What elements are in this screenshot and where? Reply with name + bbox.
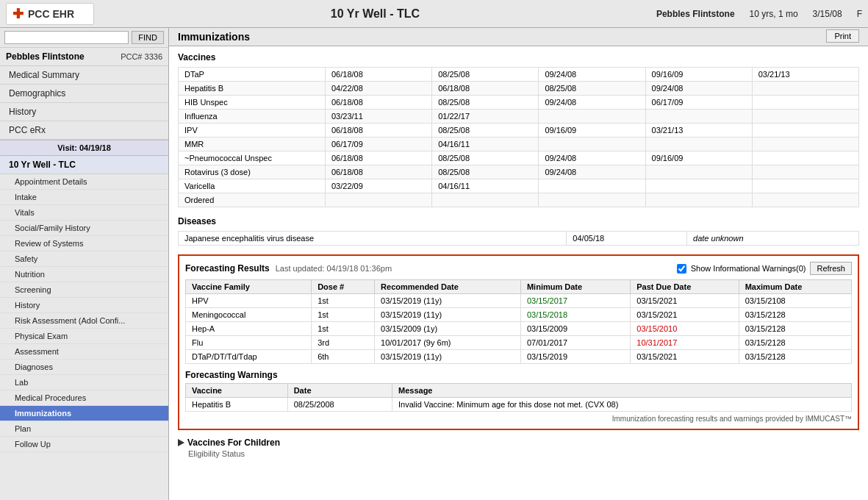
- search-input[interactable]: [4, 31, 129, 44]
- visit-name: 10 Yr Well - TLC: [0, 156, 168, 174]
- immucast-note: Immunization forecasting results and war…: [185, 415, 852, 423]
- content-area: Print Immunizations Vaccines DTaP06/18/0…: [169, 28, 868, 500]
- forecast-cell: 03/15/2019 (11y): [375, 308, 521, 322]
- forecast-row: Hep-A1st03/15/2009 (1y)03/15/200903/15/2…: [186, 322, 852, 336]
- warning-cell: Hepatitis B: [186, 398, 288, 412]
- sidebar-nav-demographics[interactable]: Demographics: [0, 85, 168, 103]
- visit-nav-social-family-history[interactable]: Social/Family History: [0, 221, 168, 236]
- encounter-title: 10 Yr Well - TLC: [101, 7, 649, 21]
- logo-text: PCC EHR: [28, 8, 74, 20]
- forecast-col-header: Maximum Date: [739, 280, 851, 294]
- visit-nav: Appointment DetailsIntakeVitalsSocial/Fa…: [0, 174, 168, 452]
- visit-nav-intake[interactable]: Intake: [0, 190, 168, 205]
- vaccine-date: [752, 165, 858, 179]
- refresh-button[interactable]: Refresh: [810, 262, 852, 275]
- vfc-title: Vaccines For Children: [178, 438, 859, 448]
- visit-nav-safety[interactable]: Safety: [0, 251, 168, 267]
- logo: ✚ PCC EHR: [6, 3, 94, 25]
- visit-nav-appointment-details[interactable]: Appointment Details: [0, 174, 168, 190]
- forecast-row: Flu3rd10/01/2017 (9y 6m)07/01/201710/31/…: [186, 336, 852, 350]
- vaccines-title: Vaccines: [178, 52, 859, 63]
- warnings-title: Forecasting Warnings: [185, 370, 852, 380]
- visit-nav-review-of-systems[interactable]: Review of Systems: [0, 236, 168, 251]
- visit-nav-lab[interactable]: Lab: [0, 375, 168, 390]
- visit-nav-assessment[interactable]: Assessment: [0, 344, 168, 360]
- warnings-col-header: Message: [392, 384, 852, 398]
- disease-row: Japanese encephalitis virus disease04/05…: [179, 232, 859, 246]
- sidebar: FIND Pebbles Flintstone PCC# 3336 Medica…: [0, 28, 169, 500]
- visit-nav-diagnoses[interactable]: Diagnoses: [0, 360, 168, 375]
- forecast-cell: 03/15/2021: [631, 308, 739, 322]
- patient-header: Pebbles Flintstone PCC# 3336: [0, 48, 168, 66]
- vaccine-row: IPV06/18/0808/25/0809/16/0903/21/13: [179, 124, 859, 138]
- patient-name-top: Pebbles Flintstone: [656, 9, 735, 19]
- vaccine-row: Rotavirus (3 dose)06/18/0808/25/0809/24/…: [179, 165, 859, 179]
- vfc-section: Vaccines For Children Eligibility Status: [178, 438, 859, 458]
- visit-nav-vitals[interactable]: Vitals: [0, 205, 168, 221]
- visit-nav-immunizations[interactable]: Immunizations: [0, 406, 168, 421]
- forecast-col-header: Minimum Date: [520, 280, 630, 294]
- sidebar-nav-pcc-erx[interactable]: PCC eRx: [0, 121, 168, 140]
- vaccine-date: [326, 193, 432, 207]
- vaccine-date: 04/16/11: [432, 138, 539, 151]
- vaccine-date: [645, 138, 752, 151]
- vaccine-date: [752, 151, 858, 165]
- forecast-cell: DTaP/DT/Td/Tdap: [186, 350, 312, 364]
- vaccine-date: 08/25/08: [539, 82, 645, 96]
- forecasting-controls: Show Informational Warnings(0) Refresh: [677, 262, 852, 275]
- patient-date: 3/15/08: [813, 9, 842, 19]
- forecast-cell: Flu: [186, 336, 312, 350]
- find-button[interactable]: FIND: [132, 31, 164, 44]
- visit-nav-follow-up[interactable]: Follow Up: [0, 437, 168, 452]
- forecast-table: Vaccine FamilyDose #Recommended DateMini…: [185, 279, 852, 364]
- forecast-cell: 10/01/2017 (9y 6m): [375, 336, 521, 350]
- vaccine-date: 06/18/08: [326, 151, 432, 165]
- sidebar-nav-medical-summary[interactable]: Medical Summary: [0, 66, 168, 85]
- visit-nav-plan[interactable]: Plan: [0, 421, 168, 437]
- vaccine-date: 08/25/08: [432, 151, 539, 165]
- vaccine-date: [752, 179, 858, 193]
- forecast-cell: 03/15/2019 (11y): [375, 294, 521, 308]
- visit-nav-medical-procedures[interactable]: Medical Procedures: [0, 390, 168, 406]
- forecasting-box: Forecasting Results Last updated: 04/19/…: [178, 254, 859, 430]
- visit-header: Visit: 04/19/18: [0, 140, 168, 156]
- vaccine-date: 03/21/13: [752, 68, 858, 82]
- expand-icon[interactable]: [178, 439, 184, 446]
- forecast-cell: HPV: [186, 294, 312, 308]
- search-bar: FIND: [0, 28, 168, 48]
- vaccine-date: [752, 82, 858, 96]
- vaccine-row: Ordered: [179, 193, 859, 207]
- vaccine-date: 08/25/08: [432, 68, 539, 82]
- scroll-area[interactable]: Vaccines DTaP06/18/0808/25/0809/24/0809/…: [169, 46, 868, 500]
- vaccine-date: [752, 110, 858, 124]
- forecast-cell: 03/15/2017: [520, 294, 630, 308]
- vaccine-row: MMR06/17/0904/16/11: [179, 138, 859, 151]
- visit-nav-risk-assessment-adol-confi-[interactable]: Risk Assessment (Adol Confi...: [0, 313, 168, 329]
- forecast-cell: 03/15/2019 (11y): [375, 350, 521, 364]
- vaccine-date: [752, 193, 858, 207]
- patient-name-side: Pebbles Flintstone: [6, 51, 85, 62]
- visit-nav-nutrition[interactable]: Nutrition: [0, 267, 168, 282]
- forecast-cell: 3rd: [312, 336, 375, 350]
- forecast-cell: 03/15/2009 (1y): [375, 322, 521, 336]
- visit-nav-physical-exam[interactable]: Physical Exam: [0, 329, 168, 344]
- forecast-cell: 07/01/2017: [520, 336, 630, 350]
- diseases-title: Diseases: [178, 216, 859, 226]
- sidebar-nav-history[interactable]: History: [0, 103, 168, 121]
- show-warnings-checkbox[interactable]: [677, 264, 686, 274]
- forecasting-title: Forecasting Results: [185, 263, 270, 274]
- forecasting-updated: Last updated: 04/19/18 01:36pm: [276, 264, 392, 273]
- logo-cross-icon: ✚: [12, 6, 24, 22]
- warning-cell: Invalid Vaccine: Minimum age for this do…: [392, 398, 852, 412]
- forecast-cell: 03/15/2128: [739, 322, 851, 336]
- print-button[interactable]: Print: [826, 29, 859, 43]
- patient-info-bar: Pebbles Flintstone 10 yrs, 1 mo 3/15/08 …: [656, 9, 862, 19]
- visit-nav-history[interactable]: History: [0, 298, 168, 313]
- visit-nav-screening[interactable]: Screening: [0, 282, 168, 298]
- vaccine-row: ~Pneumococcal Unspec06/18/0808/25/0809/2…: [179, 151, 859, 165]
- vaccine-date: [645, 110, 752, 124]
- warning-cell: 08/25/2008: [287, 398, 392, 412]
- show-warnings-label: Show Informational Warnings(0): [691, 264, 806, 273]
- vaccine-date: [752, 124, 858, 138]
- forecast-col-header: Recommended Date: [375, 280, 521, 294]
